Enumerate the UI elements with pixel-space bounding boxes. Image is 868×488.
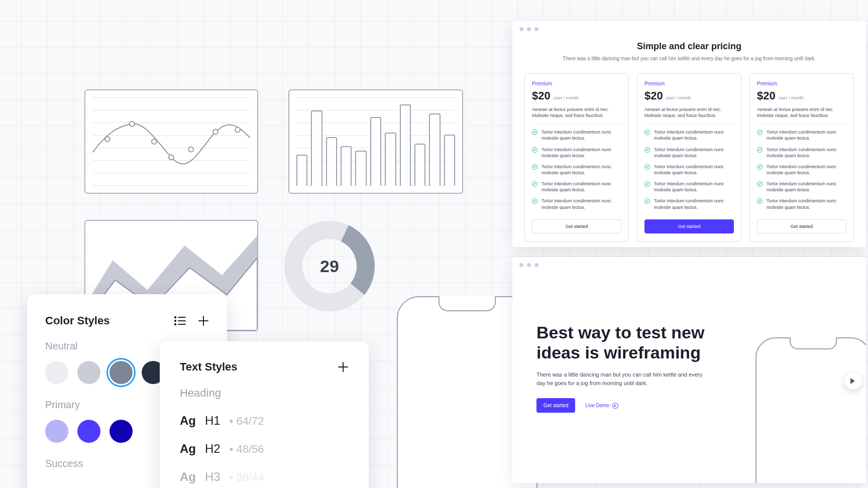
plan-price: $20 bbox=[532, 89, 551, 102]
bars bbox=[296, 97, 455, 186]
style-name: H1 bbox=[205, 414, 221, 428]
feature-text: Tortor interdum condimentum nunc molesti… bbox=[654, 181, 734, 193]
svg-point-4 bbox=[188, 147, 193, 152]
check-icon bbox=[532, 181, 537, 187]
sample: Ag bbox=[180, 470, 196, 484]
feature-text: Tortor interdum condimentum nunc molesti… bbox=[654, 198, 734, 210]
hero-title: Best way to test new ideas is wireframin… bbox=[536, 322, 722, 362]
window-traffic-lights bbox=[519, 263, 538, 267]
svg-point-6 bbox=[235, 128, 240, 133]
feature-text: Tortor interdum condimentum nunc molesti… bbox=[654, 129, 734, 141]
get-started-button[interactable]: Get started bbox=[536, 398, 575, 413]
plan-unit: user / month bbox=[554, 95, 579, 100]
sample: Ag bbox=[180, 414, 196, 428]
svg-point-9 bbox=[175, 317, 176, 318]
donut-chart: 29 bbox=[284, 221, 375, 311]
live-demo-label: Live Demo bbox=[585, 403, 609, 408]
pricing-plan-featured: Premium $20user / month Aenean at lectus… bbox=[637, 73, 741, 242]
donut-value: 29 bbox=[284, 221, 375, 311]
check-icon bbox=[532, 164, 537, 170]
check-icon bbox=[644, 198, 650, 204]
plan-desc: Aenean at lectus posuere enim id nec. Mo… bbox=[532, 106, 621, 124]
svg-point-0 bbox=[105, 137, 110, 142]
style-meta: 48/56 bbox=[237, 443, 264, 455]
svg-point-5 bbox=[213, 130, 218, 135]
feature-text: Tortor interdum condimentum nunc molesti… bbox=[767, 181, 846, 193]
feature-text: Tortor interdum condimentum nunc molesti… bbox=[767, 164, 846, 176]
pricing-plan: Premium $20user / month Aenean at lectus… bbox=[524, 73, 629, 242]
plan-features: Tortor interdum condimentum nunc molesti… bbox=[532, 129, 621, 215]
phone-mockup bbox=[755, 337, 866, 483]
get-started-button[interactable]: Get started bbox=[757, 219, 846, 233]
get-started-button[interactable]: Get started bbox=[644, 219, 734, 233]
pricing-preview-window: Simple and clear pricing There was a lit… bbox=[512, 21, 866, 247]
pricing-plan: Premium $20user / month Aenean at lectus… bbox=[749, 73, 854, 242]
feature-text: Tortor interdum condimentum nunc molesti… bbox=[767, 147, 846, 159]
add-icon[interactable] bbox=[338, 361, 349, 373]
feature-text: Tortor interdum condimentum nunc molesti… bbox=[541, 164, 621, 176]
panel-title: Color Styles bbox=[45, 314, 110, 327]
pricing-subtitle: There was a little dancing man but you c… bbox=[512, 56, 866, 61]
play-button[interactable] bbox=[845, 373, 862, 390]
check-icon bbox=[757, 130, 763, 135]
swatch-neutral-3[interactable] bbox=[110, 361, 133, 384]
swatch-neutral-2[interactable] bbox=[77, 361, 100, 384]
get-started-button[interactable]: Get started bbox=[532, 219, 621, 233]
style-name: H2 bbox=[205, 442, 221, 456]
text-style-row[interactable]: Ag H2 • 48/56 bbox=[180, 442, 349, 456]
feature-text: Tortor interdum condimentum nunc molesti… bbox=[541, 198, 621, 210]
plan-name: Premium bbox=[757, 81, 846, 86]
plan-desc: Aenean at lectus posuere enim id nec. Mo… bbox=[644, 106, 734, 124]
style-name: H3 bbox=[205, 470, 221, 484]
swatch-primary-1[interactable] bbox=[45, 420, 68, 443]
check-icon bbox=[532, 130, 537, 135]
check-icon bbox=[532, 147, 537, 153]
check-icon bbox=[532, 198, 537, 204]
swatch-neutral-1[interactable] bbox=[45, 361, 68, 384]
hero-subtitle: There was a little dancing man but you c… bbox=[536, 371, 707, 387]
svg-point-3 bbox=[169, 155, 174, 160]
window-traffic-lights bbox=[519, 27, 538, 31]
plan-price: $20 bbox=[644, 89, 663, 102]
text-style-row[interactable]: Ag H1 • 64/72 bbox=[180, 414, 349, 428]
add-icon[interactable] bbox=[198, 315, 209, 326]
check-icon bbox=[644, 164, 650, 170]
style-meta: 64/72 bbox=[237, 415, 264, 427]
feature-text: Tortor interdum condimentum nunc molesti… bbox=[767, 198, 846, 210]
check-icon bbox=[757, 164, 763, 170]
check-icon bbox=[757, 198, 763, 204]
swatch-primary-2[interactable] bbox=[77, 420, 100, 443]
line-chart-svg bbox=[92, 97, 250, 186]
feature-text: Tortor interdum condimentum nunc molesti… bbox=[654, 164, 734, 176]
bar-chart-card bbox=[288, 89, 463, 194]
svg-point-11 bbox=[175, 320, 176, 321]
line-chart-card bbox=[84, 89, 258, 194]
sample: Ag bbox=[180, 442, 196, 456]
plan-name: Premium bbox=[644, 81, 734, 86]
arrow-right-icon bbox=[612, 403, 618, 409]
pricing-plans: Premium $20user / month Aenean at lectus… bbox=[512, 61, 866, 242]
heading-label: Heading bbox=[180, 387, 349, 400]
plan-unit: user / month bbox=[666, 95, 691, 100]
list-view-icon[interactable] bbox=[174, 316, 186, 326]
feature-text: Tortor interdum condimentum nunc molesti… bbox=[654, 147, 734, 159]
live-demo-link[interactable]: Live Demo bbox=[585, 403, 618, 409]
feature-text: Tortor interdum condimentum nunc molesti… bbox=[541, 181, 621, 193]
feature-text: Tortor interdum condimentum nunc molesti… bbox=[767, 129, 846, 141]
style-meta: 36/44 bbox=[237, 471, 264, 483]
pricing-title: Simple and clear pricing bbox=[512, 41, 866, 52]
svg-point-1 bbox=[130, 121, 135, 127]
panel-title: Text Styles bbox=[180, 360, 238, 374]
plan-features: Tortor interdum condimentum nunc molesti… bbox=[757, 129, 846, 215]
feature-text: Tortor interdum condimentum nunc molesti… bbox=[541, 147, 621, 159]
feature-text: Tortor interdum condimentum nunc molesti… bbox=[541, 129, 621, 141]
plan-price: $20 bbox=[757, 89, 776, 102]
text-style-row[interactable]: Ag H3 • 36/44 bbox=[180, 470, 349, 484]
plan-name: Premium bbox=[532, 81, 621, 86]
check-icon bbox=[644, 181, 650, 187]
check-icon bbox=[644, 147, 650, 153]
swatch-primary-3[interactable] bbox=[110, 420, 133, 443]
svg-point-13 bbox=[175, 324, 176, 325]
check-icon bbox=[757, 147, 763, 153]
check-icon bbox=[644, 130, 650, 135]
